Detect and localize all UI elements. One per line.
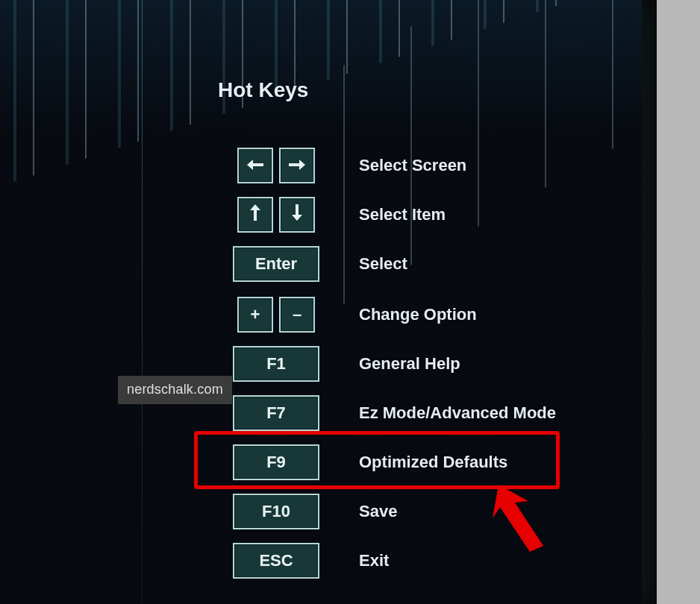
key-minus[interactable]: –	[279, 297, 315, 333]
key-f9[interactable]: F9	[233, 444, 319, 480]
row-label: Save	[359, 502, 397, 521]
row-select: Enter Select	[228, 244, 556, 284]
row-label: Select Item	[359, 205, 446, 224]
section-title: Hot Keys	[218, 78, 308, 102]
row-label: Ez Mode/Advanced Mode	[359, 403, 556, 423]
monitor-bezel: Hot Keys	[0, 0, 657, 604]
arrow-down-icon	[291, 204, 303, 225]
row-save: F10 Save	[228, 491, 556, 532]
photo-background: Hot Keys	[0, 0, 700, 604]
key-f10[interactable]: F10	[233, 494, 319, 529]
hotkeys-list: Select Screen	[228, 145, 556, 590]
bios-screen: Hot Keys	[0, 0, 642, 604]
row-label: Exit	[359, 551, 389, 570]
row-change-option: + – Change Option	[228, 295, 556, 335]
vertical-divider	[142, 0, 143, 604]
row-label: Optimized Defaults	[359, 453, 507, 472]
key-f7[interactable]: F7	[233, 395, 319, 431]
arrow-up-icon	[249, 204, 261, 225]
row-optimized-defaults: F9 Optimized Defaults	[228, 442, 556, 482]
key-plus[interactable]: +	[237, 297, 273, 333]
row-label: Select Screen	[359, 156, 466, 175]
watermark-label: nerdschalk.com	[118, 376, 232, 404]
key-enter[interactable]: Enter	[233, 246, 319, 282]
arrow-right-icon	[289, 156, 305, 175]
row-exit: ESC Exit	[228, 541, 556, 581]
row-select-screen: Select Screen	[228, 145, 556, 186]
row-label: General Help	[359, 354, 460, 374]
row-label: Select	[359, 254, 407, 274]
key-right[interactable]	[279, 148, 315, 183]
row-label: Change Option	[359, 305, 477, 324]
key-left[interactable]	[237, 148, 273, 183]
key-esc[interactable]: ESC	[233, 543, 319, 579]
row-general-help: F1 General Help	[228, 344, 556, 384]
row-ez-mode: F7 Ez Mode/Advanced Mode	[228, 393, 556, 433]
row-select-item: Select Item	[228, 195, 556, 235]
key-f1[interactable]: F1	[233, 346, 319, 382]
key-up[interactable]	[237, 197, 273, 233]
arrow-left-icon	[247, 156, 263, 175]
key-down[interactable]	[279, 197, 315, 233]
